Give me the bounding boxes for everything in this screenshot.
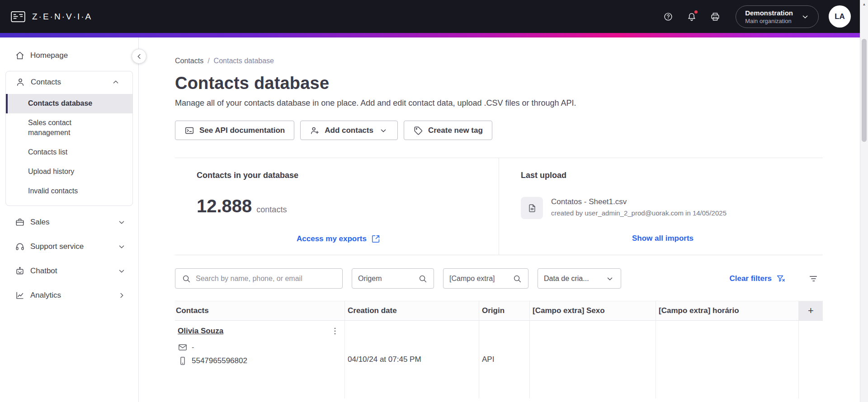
chevron-up-icon xyxy=(111,77,121,87)
contact-name-link[interactable]: Olivia Souza xyxy=(178,326,223,336)
cell-campo-extra-sexo xyxy=(530,321,656,398)
see-api-documentation-button[interactable]: See API documentation xyxy=(175,121,294,140)
row-menu-button[interactable] xyxy=(329,325,341,337)
contact-email-line: - xyxy=(178,342,326,352)
origin-filter xyxy=(352,268,434,289)
briefcase-icon xyxy=(15,217,25,227)
notifications-button[interactable] xyxy=(683,8,700,25)
sidebar-subitem-label: Sales contact management xyxy=(28,119,71,136)
help-icon xyxy=(663,12,673,22)
filter-list-button[interactable] xyxy=(808,274,818,284)
access-my-exports-link[interactable]: Access my exports xyxy=(297,234,381,244)
button-label: Add contacts xyxy=(325,126,373,135)
org-name: Demonstration xyxy=(745,9,793,17)
search-input[interactable] xyxy=(196,275,336,283)
table-header-row: Contacts Creation date Origin [Campo ext… xyxy=(175,301,823,321)
search-icon xyxy=(512,274,522,284)
link-label: Clear filters xyxy=(729,274,772,283)
search-filter xyxy=(175,268,343,289)
creation-date-filter[interactable]: Data de cria... xyxy=(538,268,621,289)
upload-filename: Contatos - Sheet1.csv xyxy=(551,197,726,207)
create-new-tag-button[interactable]: Create new tag xyxy=(404,121,492,140)
column-header-creation-date[interactable]: Creation date xyxy=(345,301,479,321)
org-switcher[interactable]: Demonstration Main organization xyxy=(736,5,819,28)
add-column-button[interactable]: + xyxy=(799,301,823,321)
org-text: Demonstration Main organization xyxy=(745,9,793,25)
column-header-contacts[interactable]: Contacts xyxy=(175,301,345,321)
scrollbar-thumb[interactable] xyxy=(862,39,867,142)
sidebar-item-contacts[interactable]: Contacts xyxy=(6,71,132,93)
tag-icon xyxy=(413,126,423,136)
chevron-left-icon xyxy=(134,51,144,61)
search-icon xyxy=(418,274,428,284)
robot-icon xyxy=(15,266,25,276)
main-content: Contacts / Contacts database Contacts da… xyxy=(139,37,860,402)
chevron-right-icon xyxy=(117,290,127,300)
headset-icon xyxy=(15,242,25,252)
home-icon xyxy=(15,51,25,61)
sidebar-subitem-label: Contacts list xyxy=(28,148,67,156)
cell-creation-date: 04/10/24 at 07:45 PM xyxy=(345,321,479,398)
toolbar: See API documentation Add contacts Creat… xyxy=(175,121,823,140)
table-row: Olivia Souza - 5547965596802 xyxy=(175,321,823,398)
sidebar-item-sales[interactable]: Sales xyxy=(0,211,138,233)
sidebar-item-contacts-list[interactable]: Contacts list xyxy=(6,143,132,162)
sidebar-item-analytics[interactable]: Analytics xyxy=(0,285,138,306)
sidebar-collapse-button[interactable] xyxy=(132,49,146,64)
extra-field-filter xyxy=(443,268,528,289)
contacts-count-unit: contacts xyxy=(256,205,287,215)
sidebar-item-chatbot[interactable]: Chatbot xyxy=(0,260,138,282)
printer-button[interactable] xyxy=(707,8,724,25)
export-icon xyxy=(371,234,381,244)
printer-icon xyxy=(710,12,720,22)
sidebar-item-sales-contact-management[interactable]: Sales contact management xyxy=(6,113,132,143)
button-label: Create new tag xyxy=(428,126,483,135)
sidebar-item-invalid-contacts[interactable]: Invalid contacts xyxy=(6,182,132,201)
person-icon xyxy=(15,77,25,87)
envelope-icon xyxy=(178,342,188,352)
sidebar-subitem-label: Upload history xyxy=(28,168,74,175)
extra-field-filter-input[interactable] xyxy=(449,275,508,283)
contact-phone-line: 5547965596802 xyxy=(178,356,326,366)
scroll-up-arrow[interactable]: ▲ xyxy=(860,2,868,6)
add-contacts-button[interactable]: Add contacts xyxy=(300,121,398,140)
sidebar-item-support-service[interactable]: Support service xyxy=(0,236,138,257)
contacts-card-title: Contacts in your database xyxy=(197,170,481,181)
column-header-campo-extra-sexo[interactable]: [Campo extra] Sexo xyxy=(530,301,656,321)
avatar[interactable]: LA xyxy=(829,5,851,28)
brand[interactable]: Z·E·N·V·I·A xyxy=(10,9,92,24)
breadcrumb-separator: / xyxy=(208,56,209,66)
link-label: Show all imports xyxy=(632,234,693,243)
scrollbar[interactable]: ▲ xyxy=(860,0,868,402)
chevron-down-icon xyxy=(117,217,127,227)
breadcrumb: Contacts / Contacts database xyxy=(175,56,823,66)
origin-filter-input[interactable] xyxy=(358,275,413,283)
chevron-down-icon xyxy=(378,126,388,136)
column-header-origin[interactable]: Origin xyxy=(479,301,530,321)
upload-file-text: Contatos - Sheet1.csv created by user_ad… xyxy=(551,197,726,218)
notification-badge xyxy=(693,9,698,14)
chevron-down-icon xyxy=(117,242,127,252)
sidebar-item-upload-history[interactable]: Upload history xyxy=(6,162,132,182)
document-icon xyxy=(527,203,537,213)
column-header-campo-extra-horario[interactable]: [Campo extra] horário xyxy=(656,301,799,321)
chevron-down-icon xyxy=(800,12,810,22)
button-label: See API documentation xyxy=(199,126,285,135)
cell-campo-extra-horario xyxy=(656,321,799,398)
sidebar-item-label: Contacts xyxy=(31,78,61,87)
help-button[interactable] xyxy=(660,8,677,25)
sidebar-item-contacts-database[interactable]: Contacts database xyxy=(6,94,132,113)
cell-contact: Olivia Souza - 5547965596802 xyxy=(175,321,345,398)
sidebar-item-homepage[interactable]: Homepage xyxy=(0,45,138,66)
contact-email: - xyxy=(192,343,194,351)
breadcrumb-contacts[interactable]: Contacts xyxy=(175,56,203,66)
upload-meta: created by user_admin_2_prod@uorak.com i… xyxy=(551,209,726,218)
chevron-down-icon xyxy=(605,274,615,284)
chevron-down-icon xyxy=(117,266,127,276)
show-all-imports-link[interactable]: Show all imports xyxy=(632,234,693,243)
sidebar-item-label: Homepage xyxy=(30,51,68,60)
topbar-actions: Demonstration Main organization LA xyxy=(660,5,851,28)
clear-filters-link[interactable]: Clear filters xyxy=(729,274,786,284)
sidebar-item-label: Analytics xyxy=(30,291,61,300)
page-subtitle: Manage all of your contacts database in … xyxy=(175,97,823,109)
